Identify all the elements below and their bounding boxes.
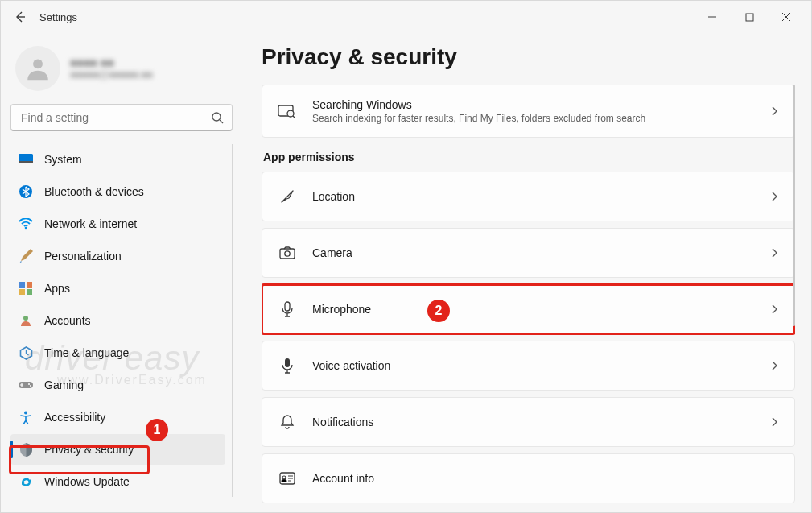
sidebar-item-accounts[interactable]: Accounts — [10, 305, 225, 336]
svg-rect-10 — [27, 289, 32, 295]
update-icon — [19, 474, 33, 489]
card-notifications[interactable]: Notifications — [262, 397, 795, 447]
card-title: Location — [312, 190, 754, 203]
sidebar-item-label: Gaming — [44, 379, 84, 391]
wifi-icon — [19, 217, 33, 231]
sidebar-nav: System Bluetooth & devices Network & int… — [10, 144, 233, 497]
minimize-button[interactable] — [694, 4, 731, 30]
arrow-left-icon — [14, 10, 27, 23]
sidebar: ■■■■ ■■ ■■■■■@■■■■■.■■ System Bluetooth … — [1, 33, 242, 512]
svg-point-17 — [287, 110, 294, 117]
minimize-icon — [707, 12, 717, 22]
svg-point-19 — [285, 251, 290, 256]
page-title: Privacy & security — [262, 44, 795, 70]
svg-rect-21 — [285, 358, 290, 367]
voice-icon — [278, 358, 296, 374]
sidebar-item-label: Apps — [44, 282, 70, 295]
svg-point-15 — [24, 411, 27, 414]
maximize-button[interactable] — [731, 4, 768, 30]
card-title: Notifications — [312, 416, 754, 428]
maximize-icon — [745, 13, 754, 22]
card-title: Voice activation — [312, 359, 754, 372]
accounts-icon — [19, 313, 33, 328]
apps-icon — [19, 281, 33, 296]
account-info-icon — [278, 472, 296, 485]
sidebar-item-gaming[interactable]: Gaming — [10, 370, 225, 400]
svg-point-6 — [25, 227, 27, 230]
chevron-right-icon — [770, 360, 778, 371]
search-icon — [211, 111, 224, 124]
svg-point-14 — [30, 385, 31, 387]
vertical-scrollbar[interactable] — [793, 85, 795, 326]
svg-point-1 — [33, 59, 43, 68]
app-permissions-header: App permissions — [263, 151, 795, 163]
sidebar-item-label: Privacy & security — [44, 443, 134, 456]
sidebar-item-label: Accessibility — [44, 411, 105, 424]
search-input[interactable] — [19, 110, 211, 125]
window-title: Settings — [39, 11, 77, 23]
card-title: Microphone — [312, 303, 754, 316]
card-microphone[interactable]: Microphone 2 — [262, 284, 795, 334]
svg-rect-0 — [746, 14, 753, 21]
card-searching-windows[interactable]: Searching Windows Search indexing for fa… — [262, 85, 795, 138]
avatar — [15, 46, 60, 91]
sidebar-item-system[interactable]: System — [10, 144, 225, 175]
sidebar-item-label: Bluetooth & devices — [44, 185, 144, 198]
svg-rect-8 — [27, 282, 32, 288]
back-button[interactable] — [7, 4, 33, 30]
camera-icon — [278, 246, 296, 259]
card-voice-activation[interactable]: Voice activation — [262, 341, 795, 391]
sidebar-item-windows-update[interactable]: Windows Update — [10, 466, 225, 497]
sidebar-item-label: Windows Update — [44, 475, 130, 488]
close-button[interactable] — [768, 4, 805, 30]
chevron-right-icon — [770, 416, 778, 428]
profile-email: ■■■■■@■■■■■.■■ — [70, 69, 153, 81]
card-account-info[interactable]: Account info — [262, 453, 795, 503]
sidebar-item-apps[interactable]: Apps — [10, 273, 225, 304]
chevron-right-icon — [770, 105, 778, 117]
window-controls — [694, 4, 805, 30]
svg-rect-7 — [19, 282, 25, 288]
sidebar-item-label: Personalization — [44, 250, 122, 263]
svg-point-2 — [212, 113, 221, 121]
clock-icon — [19, 345, 33, 360]
chevron-right-icon — [770, 191, 778, 202]
svg-rect-18 — [280, 249, 295, 259]
sidebar-item-label: Accounts — [44, 314, 91, 327]
sidebar-item-personalization[interactable]: Personalization — [10, 241, 225, 271]
chevron-right-icon — [770, 247, 778, 259]
svg-point-11 — [23, 316, 28, 321]
sidebar-item-network[interactable]: Network & internet — [10, 209, 225, 239]
sidebar-item-bluetooth[interactable]: Bluetooth & devices — [10, 176, 225, 207]
svg-rect-20 — [285, 302, 290, 311]
card-camera[interactable]: Camera — [262, 228, 795, 278]
search-windows-icon — [278, 104, 296, 118]
card-location[interactable]: Location — [262, 172, 795, 221]
card-title: Camera — [312, 246, 754, 259]
profile-block[interactable]: ■■■■ ■■ ■■■■■@■■■■■.■■ — [10, 39, 233, 104]
profile-name: ■■■■ ■■ — [70, 56, 153, 69]
search-box[interactable] — [10, 104, 233, 131]
svg-rect-9 — [19, 289, 25, 295]
bluetooth-icon — [19, 184, 33, 199]
sidebar-item-label: Network & internet — [44, 217, 137, 230]
sidebar-item-label: Time & language — [44, 346, 129, 359]
sidebar-item-privacy-security[interactable]: Privacy & security — [10, 434, 225, 465]
svg-rect-4 — [19, 161, 33, 163]
system-icon — [19, 152, 33, 167]
profile-text: ■■■■ ■■ ■■■■■@■■■■■.■■ — [70, 56, 153, 81]
person-icon — [24, 55, 52, 82]
chevron-right-icon — [770, 304, 778, 315]
card-title: Account info — [312, 472, 778, 485]
shield-icon — [19, 442, 33, 457]
card-title: Searching Windows — [312, 98, 754, 111]
location-icon — [278, 188, 296, 205]
brush-icon — [19, 249, 33, 263]
svg-point-13 — [28, 383, 30, 385]
sidebar-item-time-language[interactable]: Time & language — [10, 337, 225, 368]
title-bar: Settings — [1, 1, 811, 33]
bell-icon — [278, 414, 296, 430]
gaming-icon — [19, 378, 33, 392]
sidebar-item-accessibility[interactable]: Accessibility — [10, 402, 225, 432]
close-icon — [781, 12, 791, 22]
